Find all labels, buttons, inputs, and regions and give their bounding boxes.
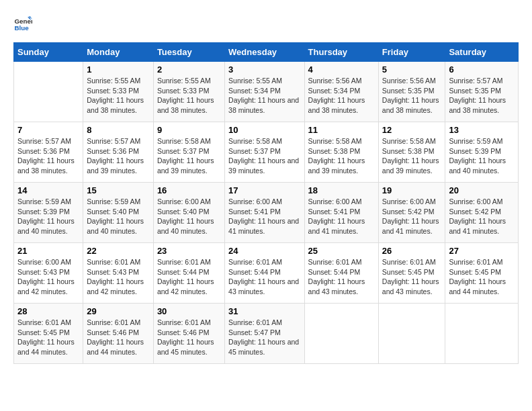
day-info: Sunrise: 6:00 AMSunset: 5:41 PMDaylight:… — [228, 197, 300, 236]
header-day-friday: Friday — [378, 43, 445, 62]
day-number: 22 — [87, 246, 150, 256]
day-info: Sunrise: 6:01 AMSunset: 5:44 PMDaylight:… — [228, 257, 300, 297]
day-info: Sunrise: 5:58 AMSunset: 5:37 PMDaylight:… — [228, 136, 300, 176]
week-row-1: 1Sunrise: 5:55 AMSunset: 5:33 PMDaylight… — [14, 62, 519, 122]
calendar-cell: 26Sunrise: 6:01 AMSunset: 5:45 PMDayligh… — [378, 243, 445, 304]
day-number: 10 — [228, 125, 300, 135]
calendar-cell: 5Sunrise: 5:56 AMSunset: 5:35 PMDaylight… — [378, 62, 445, 122]
day-number: 24 — [228, 246, 300, 256]
calendar-cell: 12Sunrise: 5:58 AMSunset: 5:38 PMDayligh… — [378, 122, 445, 183]
day-number: 21 — [17, 246, 79, 256]
header-day-tuesday: Tuesday — [153, 43, 224, 62]
day-number: 30 — [157, 306, 221, 316]
header-day-saturday: Saturday — [445, 43, 519, 62]
day-number: 25 — [308, 246, 375, 256]
day-info: Sunrise: 6:01 AMSunset: 5:43 PMDaylight:… — [87, 257, 150, 297]
day-number: 5 — [382, 64, 442, 75]
day-number: 31 — [228, 306, 300, 316]
calendar-cell: 6Sunrise: 5:57 AMSunset: 5:35 PMDaylight… — [445, 62, 519, 122]
calendar-cell: 3Sunrise: 5:55 AMSunset: 5:34 PMDaylight… — [225, 62, 304, 122]
day-info: Sunrise: 6:01 AMSunset: 5:46 PMDaylight:… — [157, 318, 221, 357]
calendar-body: 1Sunrise: 5:55 AMSunset: 5:33 PMDaylight… — [14, 62, 519, 364]
day-number: 6 — [449, 64, 515, 75]
calendar-cell: 10Sunrise: 5:58 AMSunset: 5:37 PMDayligh… — [225, 122, 304, 183]
calendar-cell — [14, 62, 83, 122]
day-info: Sunrise: 5:57 AMSunset: 5:36 PMDaylight:… — [17, 136, 79, 176]
header-day-sunday: Sunday — [14, 43, 83, 62]
day-info: Sunrise: 6:00 AMSunset: 5:42 PMDaylight:… — [449, 197, 515, 236]
day-info: Sunrise: 5:56 AMSunset: 5:35 PMDaylight:… — [382, 76, 442, 116]
day-number: 2 — [157, 64, 221, 75]
day-info: Sunrise: 6:01 AMSunset: 5:45 PMDaylight:… — [17, 318, 79, 357]
calendar-cell: 7Sunrise: 5:57 AMSunset: 5:36 PMDaylight… — [14, 122, 83, 183]
day-info: Sunrise: 5:57 AMSunset: 5:35 PMDaylight:… — [449, 76, 515, 116]
day-info: Sunrise: 6:01 AMSunset: 5:46 PMDaylight:… — [87, 318, 150, 357]
day-info: Sunrise: 6:01 AMSunset: 5:44 PMDaylight:… — [157, 257, 221, 297]
day-info: Sunrise: 5:58 AMSunset: 5:38 PMDaylight:… — [382, 136, 442, 176]
calendar-cell — [304, 304, 378, 364]
day-info: Sunrise: 5:55 AMSunset: 5:33 PMDaylight:… — [87, 76, 150, 116]
day-info: Sunrise: 6:00 AMSunset: 5:40 PMDaylight:… — [157, 197, 221, 236]
day-number: 9 — [157, 125, 221, 135]
day-info: Sunrise: 5:56 AMSunset: 5:34 PMDaylight:… — [308, 76, 375, 116]
calendar-cell — [445, 304, 519, 364]
calendar-cell: 27Sunrise: 6:01 AMSunset: 5:45 PMDayligh… — [445, 243, 519, 304]
calendar-cell: 28Sunrise: 6:01 AMSunset: 5:45 PMDayligh… — [14, 304, 83, 364]
page-header: General Blue — [13, 13, 519, 32]
calendar-cell: 9Sunrise: 5:58 AMSunset: 5:37 PMDaylight… — [153, 122, 224, 183]
calendar-cell: 1Sunrise: 5:55 AMSunset: 5:33 PMDaylight… — [83, 62, 154, 122]
calendar-cell: 15Sunrise: 5:59 AMSunset: 5:40 PMDayligh… — [83, 183, 154, 243]
day-info: Sunrise: 5:55 AMSunset: 5:33 PMDaylight:… — [157, 76, 221, 116]
day-number: 7 — [17, 125, 79, 135]
calendar-cell: 23Sunrise: 6:01 AMSunset: 5:44 PMDayligh… — [153, 243, 224, 304]
calendar-cell: 29Sunrise: 6:01 AMSunset: 5:46 PMDayligh… — [83, 304, 154, 364]
calendar-cell: 24Sunrise: 6:01 AMSunset: 5:44 PMDayligh… — [225, 243, 304, 304]
calendar-cell: 20Sunrise: 6:00 AMSunset: 5:42 PMDayligh… — [445, 183, 519, 243]
day-info: Sunrise: 5:55 AMSunset: 5:34 PMDaylight:… — [228, 76, 300, 116]
day-number: 4 — [308, 64, 375, 75]
day-info: Sunrise: 6:00 AMSunset: 5:43 PMDaylight:… — [17, 257, 79, 297]
day-info: Sunrise: 5:58 AMSunset: 5:37 PMDaylight:… — [157, 136, 221, 176]
day-info: Sunrise: 5:58 AMSunset: 5:38 PMDaylight:… — [308, 136, 375, 176]
calendar-cell: 8Sunrise: 5:57 AMSunset: 5:36 PMDaylight… — [83, 122, 154, 183]
calendar-cell: 11Sunrise: 5:58 AMSunset: 5:38 PMDayligh… — [304, 122, 378, 183]
day-info: Sunrise: 6:00 AMSunset: 5:41 PMDaylight:… — [308, 197, 375, 236]
calendar-cell: 18Sunrise: 6:00 AMSunset: 5:41 PMDayligh… — [304, 183, 378, 243]
day-number: 19 — [382, 185, 442, 195]
day-info: Sunrise: 5:59 AMSunset: 5:39 PMDaylight:… — [449, 136, 515, 176]
logo: General Blue — [13, 13, 35, 32]
week-row-3: 14Sunrise: 5:59 AMSunset: 5:39 PMDayligh… — [14, 183, 519, 243]
header-day-wednesday: Wednesday — [225, 43, 304, 62]
calendar-cell: 13Sunrise: 5:59 AMSunset: 5:39 PMDayligh… — [445, 122, 519, 183]
week-row-4: 21Sunrise: 6:00 AMSunset: 5:43 PMDayligh… — [14, 243, 519, 304]
day-info: Sunrise: 6:01 AMSunset: 5:47 PMDaylight:… — [228, 318, 300, 357]
calendar-table: SundayMondayTuesdayWednesdayThursdayFrid… — [13, 42, 519, 364]
day-number: 12 — [382, 125, 442, 135]
header-day-thursday: Thursday — [304, 43, 378, 62]
day-number: 14 — [17, 185, 79, 195]
week-row-5: 28Sunrise: 6:01 AMSunset: 5:45 PMDayligh… — [14, 304, 519, 364]
logo-icon: General Blue — [13, 13, 32, 32]
day-info: Sunrise: 5:59 AMSunset: 5:40 PMDaylight:… — [87, 197, 150, 236]
day-number: 3 — [228, 64, 300, 75]
day-number: 8 — [87, 125, 150, 135]
calendar-cell: 19Sunrise: 6:00 AMSunset: 5:42 PMDayligh… — [378, 183, 445, 243]
day-number: 27 — [449, 246, 515, 256]
day-number: 1 — [87, 64, 150, 75]
day-number: 13 — [449, 125, 515, 135]
day-number: 15 — [87, 185, 150, 195]
calendar-cell: 17Sunrise: 6:00 AMSunset: 5:41 PMDayligh… — [225, 183, 304, 243]
calendar-header: SundayMondayTuesdayWednesdayThursdayFrid… — [14, 43, 519, 62]
calendar-cell: 21Sunrise: 6:00 AMSunset: 5:43 PMDayligh… — [14, 243, 83, 304]
calendar-cell: 30Sunrise: 6:01 AMSunset: 5:46 PMDayligh… — [153, 304, 224, 364]
calendar-cell: 4Sunrise: 5:56 AMSunset: 5:34 PMDaylight… — [304, 62, 378, 122]
day-number: 23 — [157, 246, 221, 256]
calendar-cell: 2Sunrise: 5:55 AMSunset: 5:33 PMDaylight… — [153, 62, 224, 122]
calendar-cell: 22Sunrise: 6:01 AMSunset: 5:43 PMDayligh… — [83, 243, 154, 304]
svg-text:Blue: Blue — [14, 24, 29, 32]
day-number: 28 — [17, 306, 79, 316]
header-day-monday: Monday — [83, 43, 154, 62]
day-number: 17 — [228, 185, 300, 195]
day-info: Sunrise: 6:00 AMSunset: 5:42 PMDaylight:… — [382, 197, 442, 236]
day-number: 11 — [308, 125, 375, 135]
